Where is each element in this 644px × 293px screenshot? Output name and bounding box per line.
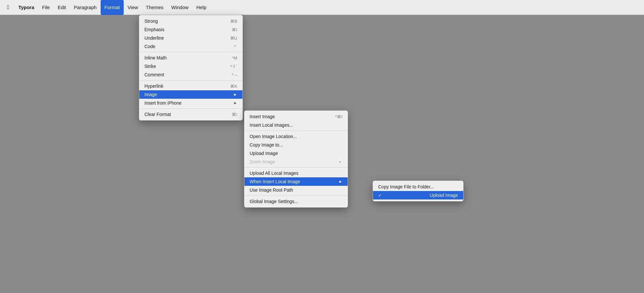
menubar-typora[interactable]: Typora [15, 0, 38, 15]
menubar-file[interactable]: File [38, 0, 54, 15]
menu-item-upload-image-sub[interactable]: ✓ Upload Image [373, 191, 463, 199]
submenu-arrow-image: ► [233, 92, 237, 97]
menu-item-strike[interactable]: Strike ^⇧` [139, 62, 242, 70]
separator-3 [139, 108, 242, 109]
separator-2 [139, 80, 242, 81]
separator-1 [139, 52, 242, 52]
menubar-window[interactable]: Window [167, 0, 192, 15]
menu-item-insert-from-iphone[interactable]: Insert from iPhone ► [139, 99, 242, 107]
when-insert-submenu: Copy Image File to Folder... ✓ Upload Im… [373, 181, 464, 201]
menubar-help[interactable]: Help [192, 0, 210, 15]
menu-item-comment[interactable]: Comment ^ – [139, 70, 242, 79]
separator-img-3 [244, 196, 348, 196]
menu-item-clear-format[interactable]: Clear Format ⌘\ [139, 110, 242, 119]
menu-item-image[interactable]: Image ► [139, 90, 242, 99]
menubar-apple[interactable]:  [3, 0, 13, 15]
image-submenu: Insert Image ^⌘I Insert Local Images... … [244, 110, 348, 208]
menu-item-upload-all-local[interactable]: Upload All Local Images [244, 169, 348, 177]
menu-item-upload-image[interactable]: Upload Image [244, 149, 348, 158]
menubar-format[interactable]: Format [101, 0, 124, 15]
separator-img-2 [244, 167, 348, 168]
menubar-paragraph[interactable]: Paragraph [70, 0, 101, 15]
submenu-arrow-iphone: ► [233, 101, 237, 105]
menubar-themes[interactable]: Themes [142, 0, 167, 15]
menu-item-insert-image[interactable]: Insert Image ^⌘I [244, 112, 348, 121]
menubar-view[interactable]: View [124, 0, 142, 15]
menu-item-when-insert-local[interactable]: When Insert Local Image ► [244, 177, 348, 186]
menu-item-copy-image-to[interactable]: Copy Image to... [244, 141, 348, 149]
menu-item-strong[interactable]: Strong ⌘B [139, 17, 242, 25]
menu-item-open-image-location[interactable]: Open Image Location... [244, 132, 348, 141]
menu-item-global-image-settings[interactable]: Global Image Settings... [244, 197, 348, 206]
menu-item-zoom-image[interactable]: Zoom Image ► [244, 158, 348, 166]
menu-item-hyperlink[interactable]: Hyperlink ⌘K [139, 82, 242, 90]
separator-img-1 [244, 131, 348, 131]
menu-item-emphasis[interactable]: Emphasis ⌘I [139, 25, 242, 34]
menu-item-underline[interactable]: Underline ⌘U [139, 34, 242, 42]
format-menu: Strong ⌘B Emphasis ⌘I Underline ⌘U Code … [139, 15, 243, 121]
submenu-arrow-zoom: ► [339, 159, 342, 164]
menubar:  Typora File Edit Paragraph Format View… [0, 0, 644, 15]
menu-item-code[interactable]: Code ^` [139, 42, 242, 51]
menubar-edit[interactable]: Edit [54, 0, 70, 15]
submenu-arrow-when-insert: ► [339, 179, 342, 184]
menu-item-insert-local-images[interactable]: Insert Local Images... [244, 121, 348, 129]
menu-item-copy-image-file-to-folder[interactable]: Copy Image File to Folder... [373, 183, 463, 191]
checkmark-icon: ✓ [378, 193, 382, 198]
menu-item-use-image-root-path[interactable]: Use Image Root Path [244, 186, 348, 194]
menu-item-inline-math[interactable]: Inline Math ^M [139, 54, 242, 62]
